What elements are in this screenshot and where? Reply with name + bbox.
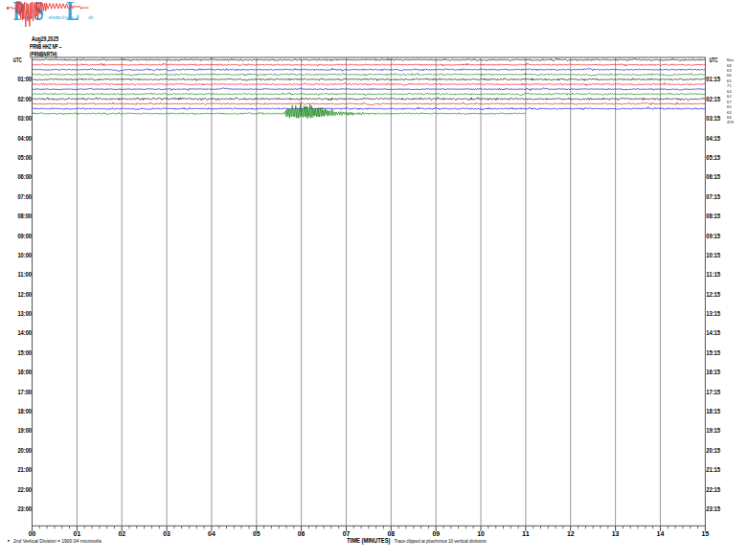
svg-text:07:00: 07:00 xyxy=(17,193,32,200)
svg-text:09:00: 09:00 xyxy=(17,233,32,239)
svg-text:02: 02 xyxy=(118,530,125,537)
svg-text:TIME (MINUTES): TIME (MINUTES) xyxy=(347,537,391,545)
svg-text:02:00: 02:00 xyxy=(17,96,32,102)
svg-text:08: 08 xyxy=(388,530,396,537)
svg-text:17:00: 17:00 xyxy=(17,389,32,395)
svg-text:13:15: 13:15 xyxy=(706,310,720,317)
svg-text:18:00: 18:00 xyxy=(17,408,32,414)
svg-text:12: 12 xyxy=(567,530,575,537)
svg-text:13: 13 xyxy=(612,530,620,537)
svg-text:04: 04 xyxy=(208,530,216,537)
svg-text:01:15: 01:15 xyxy=(706,76,720,82)
svg-text:L: L xyxy=(67,0,79,26)
svg-text:04:15: 04:15 xyxy=(706,135,720,142)
svg-text:11:15: 11:15 xyxy=(706,271,720,278)
svg-text:22:15: 22:15 xyxy=(706,486,720,493)
svg-text:03:00: 03:00 xyxy=(17,115,32,122)
svg-text:15:15: 15:15 xyxy=(706,349,720,356)
svg-text:19:00: 19:00 xyxy=(17,427,32,434)
svg-text:(PRNBNRTH): (PRNBNRTH) xyxy=(30,51,57,58)
svg-text:05: 05 xyxy=(253,530,261,537)
svg-text:07: 07 xyxy=(343,530,351,537)
svg-text:11:00: 11:00 xyxy=(17,271,32,278)
svg-text:eismology: eismology xyxy=(49,14,74,20)
svg-text:459: 459 xyxy=(727,120,735,124)
svg-text:UTC: UTC xyxy=(13,56,22,63)
svg-text:08:15: 08:15 xyxy=(706,213,720,219)
svg-text:20:00: 20:00 xyxy=(17,447,32,454)
svg-text:12:00: 12:00 xyxy=(17,291,32,298)
svg-text:UTC: UTC xyxy=(710,56,718,63)
svg-text:10:15: 10:15 xyxy=(706,252,720,258)
svg-text:20:15: 20:15 xyxy=(706,447,720,454)
svg-text:09: 09 xyxy=(432,530,440,537)
svg-text:15:00: 15:00 xyxy=(17,349,32,356)
svg-text:68: 68 xyxy=(727,63,732,68)
svg-text:02:15: 02:15 xyxy=(706,96,720,102)
svg-text:Aug29,2025: Aug29,2025 xyxy=(32,35,58,43)
svg-text:21:00: 21:00 xyxy=(17,466,32,473)
svg-text:16:15: 16:15 xyxy=(706,369,720,375)
svg-text:19:15: 19:15 xyxy=(706,427,720,434)
svg-text:04:00: 04:00 xyxy=(17,135,32,142)
svg-text:65: 65 xyxy=(727,104,732,109)
svg-text:65: 65 xyxy=(727,78,732,83)
svg-text:63: 63 xyxy=(727,68,732,73)
svg-text:2nd Vertical Division = 1900.0: 2nd Vertical Division = 1900.04 microvol… xyxy=(13,539,102,544)
svg-text:Trace clipped at plus/minus 10: Trace clipped at plus/minus 10 vertical … xyxy=(395,539,488,544)
svg-text:14:15: 14:15 xyxy=(706,329,720,336)
svg-text:23:00: 23:00 xyxy=(17,505,32,512)
svg-text:23:15: 23:15 xyxy=(706,505,720,512)
svg-text:09:15: 09:15 xyxy=(706,233,720,239)
svg-text:ab: ab xyxy=(88,14,94,20)
svg-text:03:15: 03:15 xyxy=(706,115,720,122)
svg-text:15: 15 xyxy=(702,530,710,537)
svg-text:10:00: 10:00 xyxy=(17,252,32,258)
svg-text:12:15: 12:15 xyxy=(706,291,720,298)
svg-text:67: 67 xyxy=(727,100,732,104)
svg-text:10: 10 xyxy=(477,530,485,537)
svg-text:17:15: 17:15 xyxy=(706,389,720,395)
svg-text:01:00: 01:00 xyxy=(17,76,32,82)
svg-text:71: 71 xyxy=(727,83,732,88)
svg-text:14:00: 14:00 xyxy=(17,329,32,336)
svg-text:13:00: 13:00 xyxy=(17,310,32,317)
svg-text:64: 64 xyxy=(727,89,732,94)
svg-text:62: 62 xyxy=(727,94,732,99)
svg-text:21:15: 21:15 xyxy=(706,466,720,473)
svg-text:01: 01 xyxy=(74,530,81,537)
svg-text:14: 14 xyxy=(657,530,665,537)
svg-text:06:00: 06:00 xyxy=(17,173,32,180)
svg-text:03: 03 xyxy=(163,530,170,537)
svg-text:66: 66 xyxy=(727,115,732,120)
svg-text:00: 00 xyxy=(29,530,36,537)
svg-text:11: 11 xyxy=(522,530,530,537)
svg-text:06:15: 06:15 xyxy=(706,173,720,180)
svg-text:07:15: 07:15 xyxy=(706,193,720,200)
svg-text:22:00: 22:00 xyxy=(17,486,32,493)
svg-text:16:00: 16:00 xyxy=(17,369,32,375)
svg-text:PRNB HHZ NP --: PRNB HHZ NP -- xyxy=(30,43,62,50)
svg-text:08:00: 08:00 xyxy=(17,213,32,219)
svg-text:66: 66 xyxy=(727,73,732,78)
svg-text:05:15: 05:15 xyxy=(706,154,720,161)
svg-text:Max: Max xyxy=(727,57,735,62)
svg-text:63: 63 xyxy=(727,110,732,115)
svg-text:05:00: 05:00 xyxy=(17,154,32,161)
svg-text:06: 06 xyxy=(298,530,306,537)
svg-text:18:15: 18:15 xyxy=(706,408,720,414)
